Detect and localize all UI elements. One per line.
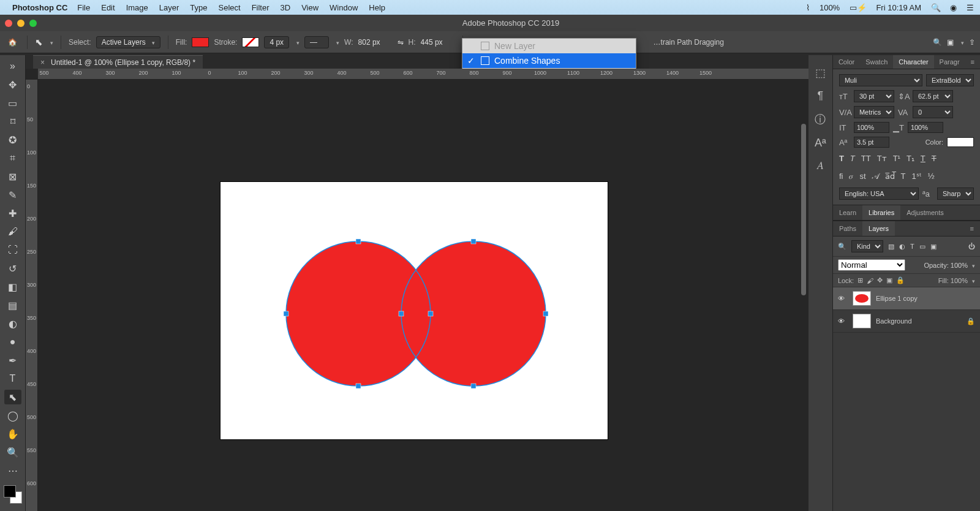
superscript-button[interactable]: T¹ (893, 154, 900, 163)
ruler-horizontal[interactable]: 5004003002001000100200300400500600700800… (38, 69, 809, 80)
allcaps-button[interactable]: TT (861, 154, 871, 163)
app-name[interactable]: Photoshop CC (12, 3, 67, 12)
ot-1st[interactable]: 1ˢᵗ (911, 172, 921, 181)
layer-fill-value[interactable]: 100% (951, 277, 968, 284)
frame-tool[interactable]: ⊠ (4, 169, 21, 184)
filter-image-icon[interactable]: ▧ (888, 243, 894, 251)
baseline-input[interactable] (854, 137, 889, 148)
document-tab[interactable]: × Untitled-1 @ 100% (Ellipse 1 copy, RGB… (33, 55, 203, 69)
menu-window[interactable]: Window (330, 3, 358, 12)
menu-file[interactable]: File (77, 3, 90, 12)
ot-sigma[interactable]: 𝜎 (849, 172, 853, 181)
ot-swash[interactable]: 𝒜 (872, 172, 879, 181)
collapse-icon[interactable]: » (4, 59, 21, 74)
path-op-combine[interactable]: Combine Shapes (462, 53, 636, 68)
lock-icon[interactable]: 🔒 (967, 317, 975, 325)
visibility-icon[interactable]: 👁 (838, 295, 848, 302)
artboard[interactable] (221, 182, 608, 439)
panel-menu-icon[interactable]: ≡ (965, 55, 980, 69)
stroke-width-input[interactable]: 4 px (264, 36, 289, 48)
text-color-swatch[interactable] (947, 137, 974, 147)
layer-row[interactable]: 👁 Ellipse 1 copy (833, 287, 980, 310)
healing-tool[interactable]: ✚ (4, 206, 21, 221)
type-tool[interactable]: T (4, 371, 21, 386)
fill-swatch[interactable] (192, 37, 209, 47)
menu-3d[interactable]: 3D (281, 3, 291, 12)
search-icon[interactable]: 🔍 (933, 38, 942, 47)
path-select-tool-icon[interactable]: ⬉ (35, 37, 43, 48)
menu-help[interactable]: Help (369, 3, 385, 12)
filter-toggle[interactable]: ⏻ (968, 243, 975, 250)
eraser-tool[interactable]: ◧ (4, 279, 21, 294)
antialias-select[interactable]: Sharp (937, 187, 974, 200)
ot-frac[interactable]: ½ (928, 172, 935, 181)
lasso-tool[interactable]: ⌑ (4, 114, 21, 129)
link-wh-icon[interactable]: ⇋ (398, 38, 404, 47)
font-size-input[interactable]: 30 pt (854, 90, 894, 102)
lock-all-icon[interactable]: 🔒 (896, 276, 905, 284)
pen-tool[interactable]: ✒ (4, 353, 21, 368)
filter-shape-icon[interactable]: ▭ (919, 243, 925, 251)
filter-type-icon[interactable]: T (910, 243, 914, 250)
siri-icon[interactable]: ◉ (950, 3, 957, 12)
layer-thumbnail[interactable] (853, 314, 871, 328)
stroke-style-dropdown[interactable]: ― (304, 36, 329, 48)
menu-type[interactable]: Type (190, 3, 207, 12)
zoom-tool[interactable]: 🔍 (4, 445, 21, 460)
window-minimize-button[interactable] (17, 20, 24, 27)
marquee-tool[interactable]: ▭ (4, 96, 21, 110)
italic-button[interactable]: T (850, 154, 855, 163)
language-select[interactable]: English: USA (839, 187, 919, 200)
layer-thumbnail[interactable] (853, 291, 871, 306)
tracking-input[interactable]: 0 (913, 106, 953, 118)
layer-row[interactable]: 👁 Background 🔒 (833, 310, 980, 333)
move-tool[interactable]: ✥ (4, 77, 21, 92)
select-dropdown[interactable]: Active Layers (96, 36, 160, 48)
ot-t[interactable]: T (901, 172, 906, 181)
ruler-vertical[interactable]: 050100150200250300350400450500550600 (26, 80, 38, 511)
lock-move-icon[interactable]: ✥ (877, 276, 883, 284)
tab-layers[interactable]: Layers (862, 221, 895, 236)
stamp-tool[interactable]: ⛶ (4, 243, 21, 257)
tab-libraries[interactable]: Libraries (862, 205, 900, 220)
fg-bg-swatch[interactable] (4, 485, 22, 504)
share-icon[interactable]: ⇪ (969, 38, 975, 47)
font-weight-select[interactable]: ExtraBold (926, 74, 974, 86)
ot-ad[interactable]: a̅d̅ (885, 172, 895, 181)
ot-st[interactable]: st (859, 172, 865, 181)
gradient-tool[interactable]: ▤ (4, 298, 21, 312)
panel-menu-icon[interactable]: ≡ (964, 221, 980, 236)
dock-icon[interactable]: ⬚ (815, 66, 826, 80)
lock-pixels-icon[interactable]: ⊞ (858, 276, 863, 284)
smallcaps-button[interactable]: Tᴛ (877, 154, 887, 163)
battery-icon[interactable]: ▭⚡ (850, 3, 867, 12)
leading-input[interactable]: 62.5 pt (913, 90, 953, 102)
dock-icon[interactable]: ⓘ (815, 112, 826, 127)
path-select-tool[interactable]: ⬉ (4, 390, 21, 404)
tab-character[interactable]: Character (893, 55, 933, 69)
blur-tool[interactable]: ◐ (4, 316, 21, 331)
font-family-select[interactable]: Muli (839, 74, 922, 86)
vscale-input[interactable] (854, 122, 889, 133)
opacity-value[interactable]: 100% (951, 262, 968, 269)
home-button[interactable]: 🏠 (5, 35, 20, 50)
filter-smart-icon[interactable]: ▣ (930, 243, 937, 251)
window-close-button[interactable] (5, 20, 12, 27)
strike-button[interactable]: T (932, 154, 937, 163)
menu-view[interactable]: View (301, 3, 318, 12)
close-tab-icon[interactable]: × (40, 58, 45, 67)
tab-color[interactable]: Color (833, 55, 860, 69)
filter-search-icon[interactable]: 🔍 (838, 243, 846, 251)
history-brush-tool[interactable]: ↺ (4, 261, 21, 276)
menu-edit[interactable]: Edit (101, 3, 115, 12)
menu-extras-icon[interactable]: ☰ (967, 3, 974, 12)
tab-learn[interactable]: Learn (833, 205, 862, 220)
wifi-icon[interactable]: ⌇ (806, 3, 810, 12)
height-input[interactable] (421, 38, 455, 47)
layer-name[interactable]: Background (876, 317, 912, 325)
dock-icon[interactable]: 𝐴 (817, 159, 824, 172)
bold-button[interactable]: T (839, 154, 844, 163)
visibility-icon[interactable]: 👁 (838, 317, 848, 325)
dock-icon[interactable]: ¶ (818, 89, 824, 102)
menu-image[interactable]: Image (126, 3, 148, 12)
